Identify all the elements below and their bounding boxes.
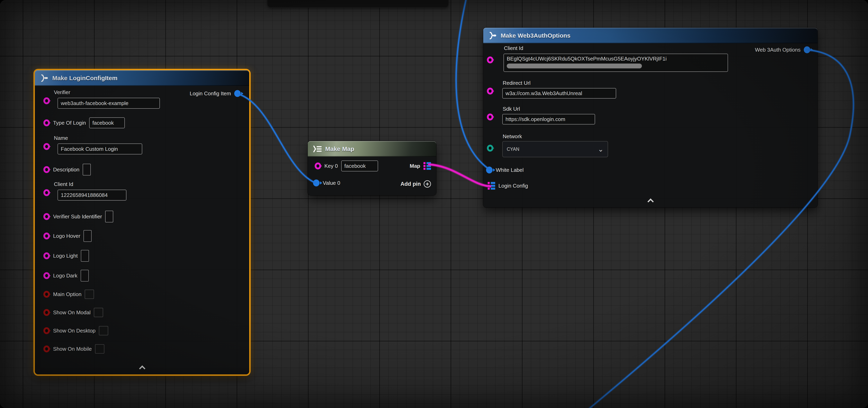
row-logo-hover: Logo Hover [43,230,92,242]
pin-verifier[interactable] [43,97,50,104]
pin-label-logo-hover: Logo Hover [53,233,80,239]
row-verifier-sub-identifier: Verifier Sub Identifier [43,211,113,223]
collapse-caret-icon[interactable] [140,365,145,370]
show-on-modal-checkbox[interactable] [94,308,103,317]
output-pin-label: Web 3Auth Options [755,47,801,53]
row-show-on-desktop: Show On Desktop [43,326,108,335]
pin-type-of-login[interactable] [43,120,50,126]
pin-label-show-on-modal: Show On Modal [53,309,91,316]
name-field[interactable]: Facebook Custom Login [58,143,142,155]
row-value-0: Value 0 [313,179,340,186]
graph-canvas[interactable]: Make LoginConfigItem Login Config Item V… [0,0,868,408]
output-pin-login-config-item[interactable] [234,90,241,97]
pin-verifier-sub-identifier[interactable] [43,213,50,220]
pin-label-logo-light: Logo Light [53,253,78,259]
node-make-web3authoptions[interactable]: Make Web3AuthOptions Web 3Auth Options C… [483,28,817,207]
client-id-field[interactable]: 1222658941886084 [58,190,126,201]
key-0-field[interactable]: facebook [341,161,378,171]
node-title: Make LoginConfigItem [52,75,118,81]
pin-name[interactable] [43,143,50,150]
redirect-url-field[interactable]: w3a://com.w3a.Web3AuthUnreal [502,88,616,99]
wire-map-to-loginconfig-glow [428,164,491,186]
pin-label-value-0: Value 0 [323,180,340,186]
client-id-field[interactable]: BEglQSgt4cUWcj6SKRdu5QkOXTsePmMcusG5EAoy… [503,54,728,72]
pin-logo-hover[interactable] [43,233,50,239]
pin-sdk-url[interactable] [487,113,493,121]
add-pin-label: Add pin [401,181,421,187]
pin-show-on-desktop[interactable] [43,327,50,334]
pin-client-id[interactable] [43,189,50,196]
node-title: Make Web3AuthOptions [501,32,570,39]
pin-label-login-config: Login Config [498,183,528,189]
wire-map-to-loginconfig[interactable] [428,164,491,186]
blueprint-graph-editor: Make LoginConfigItem Login Config Item V… [0,0,868,408]
row-key-0: Key 0 facebook [315,161,378,171]
pin-label-logo-dark: Logo Dark [53,273,78,279]
pin-label-type-of-login: Type Of Login [53,120,86,126]
output-pin-label: Login Config Item [190,91,231,97]
output-pin-web3auth-options[interactable] [804,46,810,53]
pin-label-verifier-sub-identifier: Verifier Sub Identifier [53,213,102,220]
pin-label-show-on-mobile: Show On Mobile [53,346,92,352]
show-on-mobile-checkbox[interactable] [95,344,104,353]
add-pin-button[interactable]: Add pin + [401,180,431,188]
pin-label-client-id: Client Id [504,45,523,52]
node-header[interactable]: Make Map [308,141,436,157]
add-pin-plus-icon: + [424,180,431,188]
description-field[interactable] [83,164,91,175]
row-type-of-login: Type Of Login facebook [43,117,125,128]
logo-dark-field[interactable] [81,270,89,281]
offscreen-node-partial[interactable] [268,0,448,8]
type-of-login-field[interactable]: facebook [89,117,125,128]
pin-client-id[interactable] [487,57,493,63]
network-dropdown[interactable]: CYAN ⌄ [502,141,608,157]
pin-label-name: Name [54,135,68,141]
collapse-caret-icon[interactable] [648,198,653,203]
pin-label-sdk-url: Sdk Url [503,106,520,112]
output-row-map: Map [410,162,431,170]
verifier-sub-identifier-field[interactable] [105,211,113,223]
pin-show-on-modal[interactable] [43,309,50,316]
field-scrollbar-thumb[interactable] [507,64,642,68]
pin-logo-light[interactable] [43,252,50,259]
pin-label-verifier: Verifier [54,89,70,96]
pin-network[interactable] [487,145,493,151]
pin-label-client-id: Client Id [54,181,73,188]
network-dropdown-value: CYAN [507,146,519,152]
pin-redirect-url[interactable] [487,88,493,95]
pin-value-0[interactable] [313,179,319,186]
pin-description[interactable] [43,166,50,173]
logo-hover-field[interactable] [84,230,92,242]
node-header[interactable]: Make LoginConfigItem [35,70,249,86]
main-option-checkbox[interactable] [85,290,94,299]
row-main-option: Main Option [43,290,94,299]
pin-label-main-option: Main Option [53,291,82,298]
make-map-icon [313,145,322,153]
node-header[interactable]: Make Web3AuthOptions [483,28,817,43]
pin-label-redirect-url: Redirect Url [503,80,530,86]
row-logo-dark: Logo Dark [43,270,89,281]
output-row-web3auth-options: Web 3Auth Options [755,46,810,53]
pin-label-white-label: White Label [496,167,524,173]
output-row-login-config-item: Login Config Item [190,90,241,97]
verifier-field[interactable]: web3auth-facebook-example [58,98,160,109]
node-make-map[interactable]: Make Map Key 0 facebook Map Value 0 Add … [308,141,436,195]
node-make-loginconfigitem[interactable]: Make LoginConfigItem Login Config Item V… [35,70,249,374]
pin-label-network: Network [503,133,522,140]
pin-white-label[interactable] [486,167,493,173]
pin-key-0[interactable] [315,163,321,169]
row-show-on-mobile: Show On Mobile [43,344,104,353]
node-title: Make Map [325,145,354,152]
sdk-url-field[interactable]: https://sdk.openlogin.com [502,114,595,125]
pin-login-config[interactable] [488,182,495,190]
logo-light-field[interactable] [81,250,89,262]
pin-main-option[interactable] [43,291,50,298]
row-logo-light: Logo Light [43,250,89,262]
row-description: Description [43,164,91,175]
pin-show-on-mobile[interactable] [43,345,50,352]
output-pin-map[interactable] [424,162,431,170]
pin-logo-dark[interactable] [43,272,50,279]
make-struct-icon [488,31,497,40]
show-on-desktop-checkbox[interactable] [99,326,108,335]
row-show-on-modal: Show On Modal [43,308,103,317]
